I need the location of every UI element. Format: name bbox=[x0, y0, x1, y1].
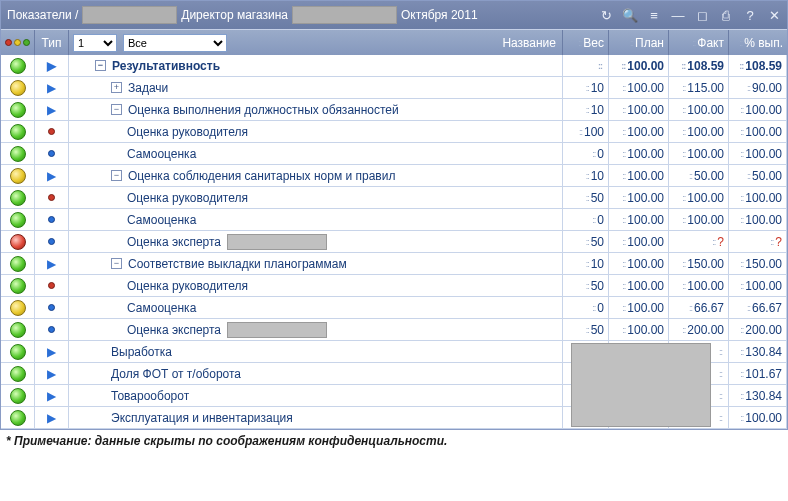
table-row[interactable]: Самооценка::0::100.00::100.00::100.00 bbox=[1, 209, 787, 231]
table-row[interactable]: Самооценка::0::100.00::66.67::66.67 bbox=[1, 297, 787, 319]
filter-select[interactable]: Все bbox=[123, 34, 227, 52]
status-light-cell bbox=[1, 121, 35, 142]
pct-value: 100.00 bbox=[745, 147, 782, 161]
table-row[interactable]: Оценка руководителя::50::100.00::100.00:… bbox=[1, 187, 787, 209]
table-row[interactable]: ▶−Результативность::::100.00::108.59::10… bbox=[1, 55, 787, 77]
expand-icon[interactable]: + bbox=[111, 82, 122, 93]
green-light-icon bbox=[10, 256, 26, 272]
table-row[interactable]: ▶+Задачи::10::100.00::115.00::90.00 bbox=[1, 77, 787, 99]
column-grip-icon: :: bbox=[622, 303, 625, 313]
fact-cell: ::100.00 bbox=[669, 121, 729, 142]
weight-value: 100 bbox=[584, 125, 604, 139]
column-grip-icon: :: bbox=[740, 391, 743, 401]
red-dot-icon bbox=[45, 191, 59, 205]
search-icon[interactable]: 🔍 bbox=[623, 8, 637, 22]
table-row[interactable]: ▶−Соответствие выкладки планограммам::10… bbox=[1, 253, 787, 275]
row-name: Оценка руководителя bbox=[127, 125, 248, 139]
redacted-inline bbox=[227, 234, 327, 250]
help-icon[interactable]: ? bbox=[743, 8, 757, 22]
column-grip-icon: :: bbox=[689, 303, 692, 313]
column-grip-icon: :: bbox=[622, 149, 625, 159]
type-cell: ▶ bbox=[35, 363, 69, 384]
table-row[interactable]: ▶−Оценка выполнения должностных обязанно… bbox=[1, 99, 787, 121]
table-row[interactable]: ▶−Оценка соблюдения санитарных норм и пр… bbox=[1, 165, 787, 187]
column-grip-icon: :: bbox=[592, 215, 595, 225]
pct-value: 108.59 bbox=[745, 59, 782, 73]
pct-cell: ::50.00 bbox=[729, 165, 787, 186]
fact-value: 100.00 bbox=[687, 279, 724, 293]
col-status[interactable] bbox=[1, 30, 35, 55]
plan-cell: ::100.00 bbox=[609, 143, 669, 164]
row-name: Оценка руководителя bbox=[127, 191, 248, 205]
collapse-icon[interactable]: − bbox=[111, 104, 122, 115]
row-name: Самооценка bbox=[127, 301, 196, 315]
pct-value: 130.84 bbox=[745, 389, 782, 403]
pct-cell: ::100.00 bbox=[729, 121, 787, 142]
column-grip-icon: :: bbox=[622, 325, 625, 335]
column-grip-icon: :: bbox=[586, 325, 589, 335]
col-weight[interactable]: ::Вес bbox=[563, 30, 609, 55]
status-light-cell bbox=[1, 363, 35, 384]
minimize-icon[interactable]: — bbox=[671, 8, 685, 22]
type-cell bbox=[35, 121, 69, 142]
column-grip-icon: :: bbox=[719, 369, 722, 379]
collapse-icon[interactable]: − bbox=[95, 60, 106, 71]
print-icon[interactable]: ⎙ bbox=[719, 8, 733, 22]
col-fact[interactable]: ::Факт bbox=[669, 30, 729, 55]
row-name: Соответствие выкладки планограммам bbox=[128, 257, 347, 271]
triangle-icon: ▶ bbox=[45, 411, 59, 425]
col-pct[interactable]: ::% вып. bbox=[729, 30, 787, 55]
column-grip-icon: :: bbox=[622, 127, 625, 137]
blue-dot-icon bbox=[45, 147, 59, 161]
column-grip-icon: :: bbox=[747, 171, 750, 181]
column-grip-icon: :: bbox=[592, 303, 595, 313]
pct-value: 130.84 bbox=[745, 345, 782, 359]
title-redacted-1 bbox=[82, 6, 177, 24]
status-light-cell bbox=[1, 297, 35, 318]
name-cell: Самооценка bbox=[69, 209, 563, 230]
fact-cell: ::50.00 bbox=[669, 165, 729, 186]
column-grip-icon: :: bbox=[719, 413, 722, 423]
status-light-cell bbox=[1, 165, 35, 186]
column-grip-icon: :: bbox=[770, 237, 773, 247]
status-light-cell bbox=[1, 231, 35, 252]
close-icon[interactable]: ✕ bbox=[767, 8, 781, 22]
column-grip-icon: :: bbox=[586, 171, 589, 181]
collapse-icon[interactable]: − bbox=[111, 258, 122, 269]
name-cell: −Оценка соблюдения санитарных норм и пра… bbox=[69, 165, 563, 186]
maximize-icon[interactable]: ◻ bbox=[695, 8, 709, 22]
col-plan[interactable]: ::План bbox=[609, 30, 669, 55]
pct-value: 100.00 bbox=[745, 279, 782, 293]
name-cell: Товарооборот bbox=[69, 385, 563, 406]
row-name: Самооценка bbox=[127, 213, 196, 227]
col-type[interactable]: Тип bbox=[35, 30, 69, 55]
fact-cell: ::150.00 bbox=[669, 253, 729, 274]
green-light-icon bbox=[10, 146, 26, 162]
plan-cell: ::100.00 bbox=[609, 165, 669, 186]
table-row[interactable]: Самооценка::0::100.00::100.00::100.00 bbox=[1, 143, 787, 165]
table-row[interactable]: Оценка эксперта::50::100.00::?::? bbox=[1, 231, 787, 253]
fact-value: 115.00 bbox=[687, 81, 724, 95]
type-cell: ▶ bbox=[35, 77, 69, 98]
footnote: * Примечание: данные скрыты по соображен… bbox=[0, 430, 788, 452]
list-icon[interactable]: ≡ bbox=[647, 8, 661, 22]
plan-value: 100.00 bbox=[627, 213, 664, 227]
column-grip-icon: :: bbox=[579, 127, 582, 137]
fact-value: 100.00 bbox=[687, 213, 724, 227]
data-grid: ▶−Результативность::::100.00::108.59::10… bbox=[1, 55, 787, 429]
table-row[interactable]: Оценка эксперта::50::100.00::200.00::200… bbox=[1, 319, 787, 341]
green-light-icon bbox=[10, 388, 26, 404]
refresh-icon[interactable]: ↻ bbox=[599, 8, 613, 22]
pct-cell: ::100.00 bbox=[729, 209, 787, 230]
column-grip-icon: :: bbox=[586, 105, 589, 115]
fact-cell: ::200.00 bbox=[669, 319, 729, 340]
level-select[interactable]: 1 bbox=[73, 34, 117, 52]
title-date: Октября 2011 bbox=[401, 8, 478, 22]
table-row[interactable]: Оценка руководителя::50::100.00::100.00:… bbox=[1, 275, 787, 297]
status-light-cell bbox=[1, 209, 35, 230]
name-cell: −Результативность bbox=[69, 55, 563, 76]
collapse-icon[interactable]: − bbox=[111, 170, 122, 181]
weight-value: 10 bbox=[591, 103, 604, 117]
table-row[interactable]: Оценка руководителя::100::100.00::100.00… bbox=[1, 121, 787, 143]
row-name: Самооценка bbox=[127, 147, 196, 161]
